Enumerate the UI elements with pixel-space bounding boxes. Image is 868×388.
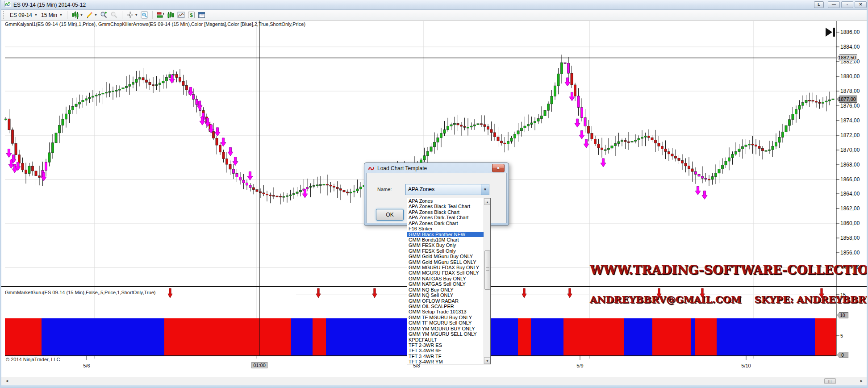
template-option[interactable]: TFT 3-4WR YM — [407, 359, 484, 364]
template-option[interactable]: TFT 3-4WR TF — [407, 354, 484, 359]
time-axis-label: 5/6 — [83, 363, 90, 368]
template-option[interactable]: GMM OIL SCALPER — [407, 304, 484, 309]
template-option[interactable]: GMM NATGAS Buy ONLY — [407, 276, 484, 281]
template-option[interactable]: GMM Gold MGuru Buy ONLY — [407, 254, 484, 259]
combobox-value: APA Zones — [406, 184, 481, 195]
list-scrollbar[interactable]: ▲ ▼ — [484, 198, 490, 364]
price-axis-label: 1886,00 — [840, 29, 860, 35]
template-option[interactable]: TFT 2-3WR ES — [407, 342, 484, 348]
price-axis-label: 1878,00 — [840, 88, 860, 94]
indicator-label-lower: GmmMarketGuru(ES 09-14 (15 Min),False,,5… — [5, 290, 155, 295]
watermark: WWW.TRADING-SOFTWARE-COLLECTION.COM ANDR… — [590, 246, 826, 322]
price-axis-label: 1858,00 — [840, 235, 860, 241]
template-option[interactable]: GMM YM MGURU BUY ONLY — [407, 326, 484, 331]
template-option[interactable]: GMM Bonds10M Chart — [407, 237, 484, 242]
template-option[interactable]: APA Zones Dark-Teal Chart — [407, 215, 484, 220]
template-option[interactable]: GMM OFLOW RADAR — [407, 298, 484, 304]
crosshair-time-tag: 01:00 — [251, 362, 267, 368]
price-axis-label: 1872,00 — [840, 132, 860, 138]
template-option[interactable]: F16 Striker — [407, 226, 484, 231]
scroll-left-icon[interactable]: ◄ — [5, 379, 9, 383]
combobox-dropdown-icon[interactable]: ▼ — [481, 184, 489, 195]
template-option[interactable]: APA Zones Dark Chart — [407, 221, 484, 226]
name-label: Name: — [377, 187, 392, 192]
horizontal-scrollbar[interactable]: ◄ ||| ► — [1, 377, 868, 385]
template-option[interactable]: KPDEFAULT — [407, 337, 484, 342]
scroll-down-icon[interactable]: ▼ — [484, 357, 491, 364]
template-option[interactable]: GMM TF MGURU Buy ONLY — [407, 315, 484, 320]
template-option[interactable]: GMM FESX Buy Only — [407, 242, 484, 248]
price-axis-label: 1876,00 — [840, 103, 860, 109]
dialog-titlebar[interactable]: Load Chart Template — [368, 164, 427, 172]
template-option[interactable]: GMM NATGAS Sell ONLY — [407, 281, 484, 287]
price-axis-label: 1884,00 — [840, 44, 860, 50]
price-axis-label: 1862,00 — [840, 205, 860, 212]
price-axis-label: 1868,00 — [840, 162, 860, 168]
template-option[interactable]: GMM MGURU FDAX Sell ONLY — [407, 270, 484, 275]
template-option[interactable]: TFT 3-4WR 6E — [407, 348, 484, 353]
price-axis-label: 1870,00 — [840, 147, 860, 153]
template-option[interactable]: GMM Black Panther NEW — [407, 232, 484, 237]
template-option[interactable]: GMM YM MGURU SELL ONLY — [407, 331, 484, 337]
price-axis-label: 1864,00 — [840, 191, 860, 197]
price-axis-label: 1860,00 — [840, 220, 860, 226]
price-axis-label: 1874,00 — [840, 117, 860, 124]
window-bottom-border — [1, 385, 868, 388]
price-axis-label: 1880,00 — [840, 73, 860, 79]
template-dropdown-list: APA ZonesAPA Zones Black-Teal ChartAPA Z… — [407, 198, 491, 364]
template-option[interactable]: GMM Gold MGuru SELL ONLY — [407, 259, 484, 265]
template-option[interactable]: GMM Setup Trade 101313 — [407, 309, 484, 314]
template-option[interactable]: GMM NQ Sell ONLY — [407, 292, 484, 298]
dialog-title-text: Load Chart Template — [377, 165, 427, 171]
template-option[interactable]: GMM FESX Sell Only — [407, 248, 484, 254]
scroll-right-icon[interactable]: ► — [860, 379, 864, 383]
ninjatrader-chart-window: ES 09-14 (15 Min) 2014-05-12 L — ▫ ✕ ES … — [0, 0, 868, 388]
chop-arrows — [6, 75, 707, 199]
play-to-end-icon — [825, 27, 836, 37]
watermark-line1: WWW.TRADING-SOFTWARE-COLLECTION.COM — [590, 263, 826, 277]
template-option[interactable]: APA Zones — [407, 198, 484, 204]
template-option[interactable]: GMM MGURU FDAX Buy ONLY — [407, 265, 484, 270]
template-combobox[interactable]: APA Zones ▼ — [405, 184, 489, 195]
price-axis-label: 1866,00 — [840, 176, 860, 183]
copyright-label: © 2014 NinjaTrader, LLC — [6, 357, 60, 362]
indicator-label-top: GmmKalyani1(ES 09-14 (15 Min),1,Price), … — [5, 21, 305, 27]
time-axis-label: 5/10 — [741, 363, 751, 368]
scrollbar-thumb[interactable]: ||| — [824, 378, 836, 384]
list-scrollbar-thumb[interactable] — [484, 250, 490, 290]
scroll-up-icon[interactable]: ▲ — [484, 198, 491, 205]
template-option[interactable]: GMM NQ Buy ONLY — [407, 287, 484, 292]
price-tag: 1882,50 — [837, 54, 857, 61]
price-tag: 1877,00 — [837, 96, 857, 103]
time-axis-label: 5/9 — [576, 363, 583, 368]
template-options: APA ZonesAPA Zones Black-Teal ChartAPA Z… — [407, 198, 490, 364]
ok-button[interactable]: OK — [376, 209, 404, 221]
indicator-axis-label: 5 — [840, 333, 843, 338]
template-option[interactable]: APA Zones Black-Teal Chart — [407, 204, 484, 209]
template-option[interactable]: GMM TF MGURU Sell ONLY — [407, 320, 484, 325]
ninjatrader-logo-icon — [368, 165, 375, 172]
dialog-close-button[interactable]: ✕ — [492, 164, 505, 172]
template-option[interactable]: APA Zones Black Chart — [407, 209, 484, 215]
go-to-last-bar-button[interactable] — [825, 27, 836, 39]
price-axis-label: 1856,00 — [840, 250, 860, 256]
watermark-line2: ANDREYBBRV@GMAIL.COM SKYPE: ANDREYBBRV — [590, 294, 826, 305]
